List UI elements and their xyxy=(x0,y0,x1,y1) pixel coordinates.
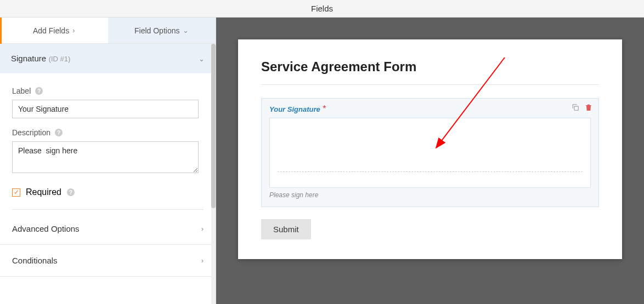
delete-icon[interactable] xyxy=(584,103,593,112)
help-icon[interactable]: ? xyxy=(67,188,75,196)
help-icon[interactable]: ? xyxy=(35,87,43,95)
description-row: Description ? xyxy=(12,128,204,137)
label-row: Label ? xyxy=(12,87,204,95)
preview-area: Service Agreement Form Your Signature * xyxy=(216,18,644,304)
field-actions xyxy=(571,103,593,112)
conditionals-row[interactable]: Conditionals › xyxy=(0,245,216,277)
tab-add-fields-label: Add Fields xyxy=(33,26,69,35)
svg-rect-0 xyxy=(574,106,578,110)
required-label: Required xyxy=(26,187,61,197)
signature-field[interactable]: Your Signature * xyxy=(261,98,599,207)
active-indicator xyxy=(0,18,2,44)
chevron-right-icon: › xyxy=(72,26,75,35)
signature-label-row: Your Signature * xyxy=(269,104,591,118)
header-title: Fields xyxy=(311,4,333,13)
section-title: Signature xyxy=(11,54,46,63)
tab-field-options-label: Field Options xyxy=(134,26,179,35)
chevron-right-icon: › xyxy=(201,225,204,233)
sidebar: Add Fields › Field Options ⌄ Signature (… xyxy=(0,18,216,304)
help-icon[interactable]: ? xyxy=(55,129,63,136)
field-options-body: Label ? Description ? Required ? xyxy=(0,73,216,213)
chevron-down-icon: ⌄ xyxy=(183,26,189,35)
label-input[interactable] xyxy=(12,100,199,118)
section-id: (ID #1) xyxy=(49,55,71,63)
page-header: Fields xyxy=(0,0,644,18)
required-asterisk: * xyxy=(323,104,326,113)
signature-canvas[interactable] xyxy=(269,118,591,188)
advanced-options-row[interactable]: Advanced Options › xyxy=(0,213,216,245)
submit-button[interactable]: Submit xyxy=(261,219,311,239)
main-container: Add Fields › Field Options ⌄ Signature (… xyxy=(0,18,644,304)
section-title-wrap: Signature (ID #1) xyxy=(11,54,70,64)
signature-line xyxy=(278,171,583,172)
advanced-options-label: Advanced Options xyxy=(12,224,80,233)
form-title: Service Agreement Form xyxy=(261,59,599,74)
section-header-signature[interactable]: Signature (ID #1) ⌄ xyxy=(0,44,216,73)
duplicate-icon[interactable] xyxy=(571,103,580,112)
required-checkbox[interactable] xyxy=(12,188,20,197)
scrollbar[interactable] xyxy=(211,44,216,304)
scrollbar-thumb[interactable] xyxy=(211,44,216,208)
description-label: Description xyxy=(12,128,50,137)
chevron-down-icon: ⌄ xyxy=(199,55,205,63)
description-input[interactable] xyxy=(12,141,199,173)
tab-add-fields[interactable]: Add Fields › xyxy=(0,18,108,43)
signature-description: Please sign here xyxy=(269,191,591,199)
tabs: Add Fields › Field Options ⌄ xyxy=(0,18,216,44)
divider xyxy=(261,84,599,85)
form-preview: Service Agreement Form Your Signature * xyxy=(238,39,622,259)
required-row: Required ? xyxy=(12,187,204,210)
tab-field-options[interactable]: Field Options ⌄ xyxy=(108,18,216,43)
conditionals-label: Conditionals xyxy=(12,256,58,265)
signature-label: Your Signature xyxy=(269,105,320,113)
chevron-right-icon: › xyxy=(201,256,204,265)
label-text: Label xyxy=(12,87,31,95)
